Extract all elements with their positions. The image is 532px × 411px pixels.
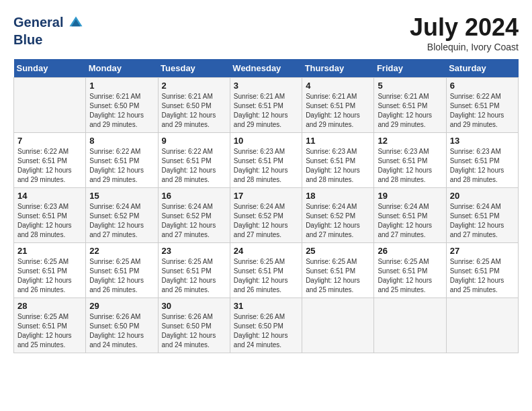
day-detail: Sunrise: 6:26 AMSunset: 6:50 PMDaylight:…	[89, 312, 154, 350]
day-number: 21	[17, 246, 82, 256]
day-detail: Sunrise: 6:23 AMSunset: 6:51 PMDaylight:…	[450, 147, 515, 185]
day-cell: 21Sunrise: 6:25 AMSunset: 6:51 PMDayligh…	[14, 243, 86, 298]
day-detail: Sunrise: 6:23 AMSunset: 6:51 PMDaylight:…	[17, 202, 82, 240]
day-number: 10	[234, 136, 298, 146]
logo-icon	[69, 15, 83, 30]
day-number: 28	[17, 301, 82, 311]
location: Blolequin, Ivory Coast	[410, 42, 519, 52]
day-cell: 6Sunrise: 6:22 AMSunset: 6:51 PMDaylight…	[446, 78, 518, 133]
day-cell: 14Sunrise: 6:23 AMSunset: 6:51 PMDayligh…	[14, 188, 86, 243]
day-cell	[302, 298, 374, 353]
day-detail: Sunrise: 6:21 AMSunset: 6:50 PMDaylight:…	[162, 92, 226, 130]
day-cell: 1Sunrise: 6:21 AMSunset: 6:50 PMDaylight…	[86, 78, 158, 133]
day-detail: Sunrise: 6:25 AMSunset: 6:51 PMDaylight:…	[306, 257, 370, 295]
day-number: 13	[450, 136, 515, 146]
day-cell	[446, 298, 518, 353]
day-number: 25	[306, 246, 370, 256]
day-number: 23	[162, 246, 226, 256]
day-number: 7	[17, 136, 82, 146]
day-cell: 29Sunrise: 6:26 AMSunset: 6:50 PMDayligh…	[86, 298, 158, 353]
weekday-header-row: SundayMondayTuesdayWednesdayThursdayFrid…	[14, 59, 519, 78]
day-cell: 31Sunrise: 6:26 AMSunset: 6:50 PMDayligh…	[230, 298, 302, 353]
week-row-5: 28Sunrise: 6:25 AMSunset: 6:51 PMDayligh…	[14, 298, 519, 353]
day-number: 5	[378, 81, 442, 91]
day-cell: 2Sunrise: 6:21 AMSunset: 6:50 PMDaylight…	[158, 78, 230, 133]
day-cell: 24Sunrise: 6:25 AMSunset: 6:51 PMDayligh…	[230, 243, 302, 298]
weekday-header-monday: Monday	[86, 59, 158, 78]
day-number: 3	[234, 81, 298, 91]
day-cell: 13Sunrise: 6:23 AMSunset: 6:51 PMDayligh…	[446, 133, 518, 188]
day-number: 18	[306, 191, 370, 201]
day-detail: Sunrise: 6:21 AMSunset: 6:51 PMDaylight:…	[378, 92, 442, 130]
weekday-header-saturday: Saturday	[446, 59, 518, 78]
day-cell: 18Sunrise: 6:24 AMSunset: 6:52 PMDayligh…	[302, 188, 374, 243]
day-number: 24	[234, 246, 298, 256]
day-detail: Sunrise: 6:26 AMSunset: 6:50 PMDaylight:…	[234, 312, 298, 350]
day-detail: Sunrise: 6:25 AMSunset: 6:51 PMDaylight:…	[378, 257, 442, 295]
day-cell: 28Sunrise: 6:25 AMSunset: 6:51 PMDayligh…	[14, 298, 86, 353]
day-detail: Sunrise: 6:26 AMSunset: 6:50 PMDaylight:…	[162, 312, 226, 350]
day-cell: 8Sunrise: 6:22 AMSunset: 6:51 PMDaylight…	[86, 133, 158, 188]
weekday-header-friday: Friday	[374, 59, 446, 78]
day-cell: 5Sunrise: 6:21 AMSunset: 6:51 PMDaylight…	[374, 78, 446, 133]
day-number: 8	[89, 136, 154, 146]
day-detail: Sunrise: 6:24 AMSunset: 6:51 PMDaylight:…	[450, 202, 515, 240]
day-detail: Sunrise: 6:25 AMSunset: 6:51 PMDaylight:…	[89, 257, 154, 295]
day-detail: Sunrise: 6:25 AMSunset: 6:51 PMDaylight:…	[450, 257, 515, 295]
day-number: 14	[17, 191, 82, 201]
weekday-header-tuesday: Tuesday	[158, 59, 230, 78]
day-number: 1	[89, 81, 154, 91]
day-detail: Sunrise: 6:22 AMSunset: 6:51 PMDaylight:…	[162, 147, 226, 185]
day-detail: Sunrise: 6:25 AMSunset: 6:51 PMDaylight:…	[17, 312, 82, 350]
day-number: 26	[378, 246, 442, 256]
day-detail: Sunrise: 6:24 AMSunset: 6:52 PMDaylight:…	[89, 202, 154, 240]
day-detail: Sunrise: 6:23 AMSunset: 6:51 PMDaylight:…	[306, 147, 370, 185]
day-cell: 15Sunrise: 6:24 AMSunset: 6:52 PMDayligh…	[86, 188, 158, 243]
logo-general: General	[13, 15, 63, 30]
day-cell: 27Sunrise: 6:25 AMSunset: 6:51 PMDayligh…	[446, 243, 518, 298]
day-number: 17	[234, 191, 298, 201]
day-detail: Sunrise: 6:25 AMSunset: 6:51 PMDaylight:…	[17, 257, 82, 295]
day-number: 29	[89, 301, 154, 311]
day-cell	[14, 78, 86, 133]
week-row-4: 21Sunrise: 6:25 AMSunset: 6:51 PMDayligh…	[14, 243, 519, 298]
day-cell: 4Sunrise: 6:21 AMSunset: 6:51 PMDaylight…	[302, 78, 374, 133]
day-detail: Sunrise: 6:23 AMSunset: 6:51 PMDaylight:…	[234, 147, 298, 185]
day-number: 19	[378, 191, 442, 201]
weekday-header-wednesday: Wednesday	[230, 59, 302, 78]
day-number: 27	[450, 246, 515, 256]
day-number: 20	[450, 191, 515, 201]
day-cell: 26Sunrise: 6:25 AMSunset: 6:51 PMDayligh…	[374, 243, 446, 298]
day-cell: 11Sunrise: 6:23 AMSunset: 6:51 PMDayligh…	[302, 133, 374, 188]
day-cell: 7Sunrise: 6:22 AMSunset: 6:51 PMDaylight…	[14, 133, 86, 188]
day-detail: Sunrise: 6:24 AMSunset: 6:51 PMDaylight:…	[378, 202, 442, 240]
day-number: 2	[162, 81, 226, 91]
day-detail: Sunrise: 6:23 AMSunset: 6:51 PMDaylight:…	[378, 147, 442, 185]
day-cell: 17Sunrise: 6:24 AMSunset: 6:52 PMDayligh…	[230, 188, 302, 243]
day-cell: 22Sunrise: 6:25 AMSunset: 6:51 PMDayligh…	[86, 243, 158, 298]
day-detail: Sunrise: 6:21 AMSunset: 6:51 PMDaylight:…	[306, 92, 370, 130]
day-cell: 10Sunrise: 6:23 AMSunset: 6:51 PMDayligh…	[230, 133, 302, 188]
day-detail: Sunrise: 6:22 AMSunset: 6:51 PMDaylight:…	[17, 147, 82, 185]
day-number: 9	[162, 136, 226, 146]
day-cell: 19Sunrise: 6:24 AMSunset: 6:51 PMDayligh…	[374, 188, 446, 243]
day-detail: Sunrise: 6:24 AMSunset: 6:52 PMDaylight:…	[234, 202, 298, 240]
day-detail: Sunrise: 6:21 AMSunset: 6:51 PMDaylight:…	[234, 92, 298, 130]
day-detail: Sunrise: 6:22 AMSunset: 6:51 PMDaylight:…	[89, 147, 154, 185]
day-cell: 16Sunrise: 6:24 AMSunset: 6:52 PMDayligh…	[158, 188, 230, 243]
day-cell: 23Sunrise: 6:25 AMSunset: 6:51 PMDayligh…	[158, 243, 230, 298]
weekday-header-thursday: Thursday	[302, 59, 374, 78]
day-number: 31	[234, 301, 298, 311]
day-cell: 12Sunrise: 6:23 AMSunset: 6:51 PMDayligh…	[374, 133, 446, 188]
day-cell: 20Sunrise: 6:24 AMSunset: 6:51 PMDayligh…	[446, 188, 518, 243]
week-row-2: 7Sunrise: 6:22 AMSunset: 6:51 PMDaylight…	[14, 133, 519, 188]
month-year: July 2024	[410, 13, 519, 42]
week-row-3: 14Sunrise: 6:23 AMSunset: 6:51 PMDayligh…	[14, 188, 519, 243]
title-area: July 2024 Blolequin, Ivory Coast	[410, 13, 519, 52]
day-detail: Sunrise: 6:22 AMSunset: 6:51 PMDaylight:…	[450, 92, 515, 130]
day-number: 4	[306, 81, 370, 91]
calendar-table: SundayMondayTuesdayWednesdayThursdayFrid…	[13, 59, 519, 353]
day-number: 12	[378, 136, 442, 146]
day-number: 22	[89, 246, 154, 256]
day-number: 11	[306, 136, 370, 146]
